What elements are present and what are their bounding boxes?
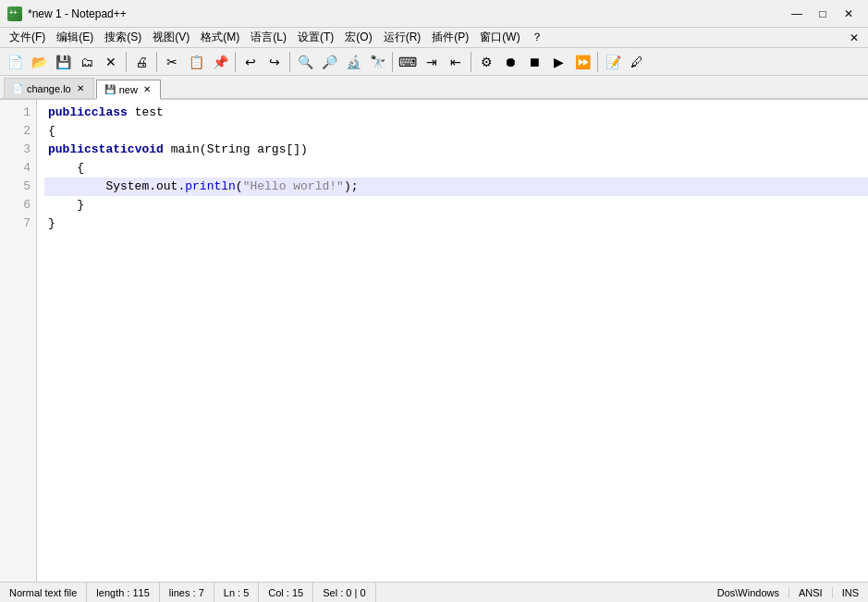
editor-area[interactable]: 1 2 3 4 5 6 7 public class test { public… [0,100,868,582]
menu-settings[interactable]: 设置(T) [292,28,339,48]
tab-changelog-close[interactable]: ✕ [75,83,86,93]
status-encoding: ANSI [789,587,833,598]
status-lineending: Dos\Windows [708,587,789,598]
outdent-button[interactable]: ⇤ [445,51,467,73]
copy-button[interactable]: 📋 [185,51,207,73]
title-bar: *new 1 - Notepad++ — □ ✕ [0,0,868,28]
replace-button[interactable]: 🔎 [318,51,340,73]
code-line-1: public class test [44,104,868,122]
status-ln-text: Ln : 5 [224,587,250,598]
tabs-bar: 📄 change.lo ✕ 💾 new ✕ [0,76,868,100]
menu-file[interactable]: 文件(F) [4,28,51,48]
toolbar-sep-3 [235,52,236,72]
status-ln: Ln : 5 [214,583,260,602]
status-length-text: length : 115 [96,587,150,598]
tab-changelog[interactable]: 📄 change.lo ✕ [4,78,94,98]
save-all-button[interactable]: 🗂 [76,51,98,73]
status-col: Col : 15 [259,583,313,602]
title-bar-text: *new 1 - Notepad++ [28,7,785,20]
toolbar-sep-2 [156,52,157,72]
toolbar-sep-5 [392,52,393,72]
zoom-in-button[interactable]: 🔬 [342,51,364,73]
code-line-4: { [44,159,868,178]
maximize-button[interactable]: □ [811,5,835,23]
undo-button[interactable]: ↩ [239,51,262,73]
macro-play[interactable]: ▶ [547,51,569,73]
code-line-5: System.out.println("Hello world!"); [44,178,868,196]
close-button2[interactable]: ✕ [100,51,122,73]
status-insertmode: INS [833,587,868,598]
tab-new-close[interactable]: ✕ [141,84,153,94]
paste-button[interactable]: 📌 [209,51,231,73]
status-filetype-text: Normal text file [9,587,77,598]
line-num-2: 2 [0,122,36,141]
new-button[interactable]: 📄 [4,51,26,73]
line-num-5: 5 [0,178,36,196]
status-insertmode-text: INS [842,587,859,598]
menu-run[interactable]: 运行(R) [378,28,427,48]
save-button[interactable]: 💾 [52,51,74,73]
macro-record[interactable]: ⏺ [499,51,521,73]
code-area[interactable]: public class test { public static void m… [37,100,868,582]
find-button[interactable]: 🔍 [294,51,316,73]
macro-stop[interactable]: ⏹ [523,51,545,73]
status-bar: Normal text file length : 115 lines : 7 … [0,582,868,602]
status-filetype: Normal text file [0,583,87,602]
tab-new-label: new [119,84,138,95]
code-line-6: } [44,196,868,215]
zoom-out-button[interactable]: 🔭 [366,51,388,73]
toolbar-sep-6 [471,52,471,72]
toolbar-sep-1 [126,52,127,72]
menu-macro[interactable]: 宏(O) [339,28,377,48]
extra-btn[interactable]: 🖊 [626,51,648,73]
menu-view[interactable]: 视图(V) [147,28,195,48]
lang-button[interactable]: ⚙ [475,51,497,73]
line-numbers: 1 2 3 4 5 6 7 [0,100,37,582]
wrap-button[interactable]: ⌨ [397,51,419,73]
indent-button[interactable]: ⇥ [421,51,443,73]
cut-button[interactable]: ✂ [161,51,183,73]
status-lines: lines : 7 [160,583,214,602]
menu-format[interactable]: 格式(M) [195,28,245,48]
minimize-button[interactable]: — [785,5,809,23]
menu-plugins[interactable]: 插件(P) [426,28,474,48]
line-num-4: 4 [0,159,36,178]
menu-window[interactable]: 窗口(W) [474,28,525,48]
status-sel: Sel : 0 | 0 [313,583,375,602]
tab-changelog-icon: 📄 [12,83,23,93]
print-button[interactable]: 🖨 [130,51,153,73]
toolbar-sep-4 [289,52,290,72]
menu-help[interactable]: ？ [526,28,548,48]
status-lines-text: lines : 7 [169,587,204,598]
open-button[interactable]: 📂 [28,51,50,73]
menu-search[interactable]: 搜索(S) [99,28,147,48]
title-bar-controls: — □ ✕ [785,5,861,23]
menu-edit[interactable]: 编辑(E) [51,28,99,48]
status-lineending-text: Dos\Windows [717,587,779,598]
code-line-3: public static void main(String args[]) [44,141,868,159]
macro-run[interactable]: ⏩ [571,51,593,73]
toolbar: 📄 📂 💾 🗂 ✕ 🖨 ✂ 📋 📌 ↩ ↪ 🔍 🔎 🔬 🔭 ⌨ ⇥ ⇤ ⚙ ⏺ … [0,48,868,76]
status-right: Dos\Windows ANSI INS [708,587,868,598]
line-num-7: 7 [0,215,36,233]
tab-new[interactable]: 💾 new ✕ [96,80,161,100]
code-line-7: } [44,215,868,233]
line-num-1: 1 [0,104,36,122]
line-num-6: 6 [0,196,36,215]
status-sel-text: Sel : 0 | 0 [323,587,365,598]
close-button[interactable]: ✕ [837,5,861,23]
status-encoding-text: ANSI [799,587,823,598]
status-col-text: Col : 15 [268,587,303,598]
menu-language[interactable]: 语言(L) [245,28,292,48]
menu-close-button[interactable]: ✕ [844,30,864,46]
menu-bar: 文件(F) 编辑(E) 搜索(S) 视图(V) 格式(M) 语言(L) 设置(T… [0,28,868,48]
toolbar-sep-7 [597,52,598,72]
redo-button[interactable]: ↪ [263,51,286,73]
tab-new-icon: 💾 [104,84,116,94]
tab-changelog-label: change.lo [27,83,71,94]
code-line-2: { [44,122,868,141]
status-length: length : 115 [87,583,160,602]
app-icon [7,6,22,21]
spell-check[interactable]: 📝 [602,51,624,73]
line-num-3: 3 [0,141,36,159]
